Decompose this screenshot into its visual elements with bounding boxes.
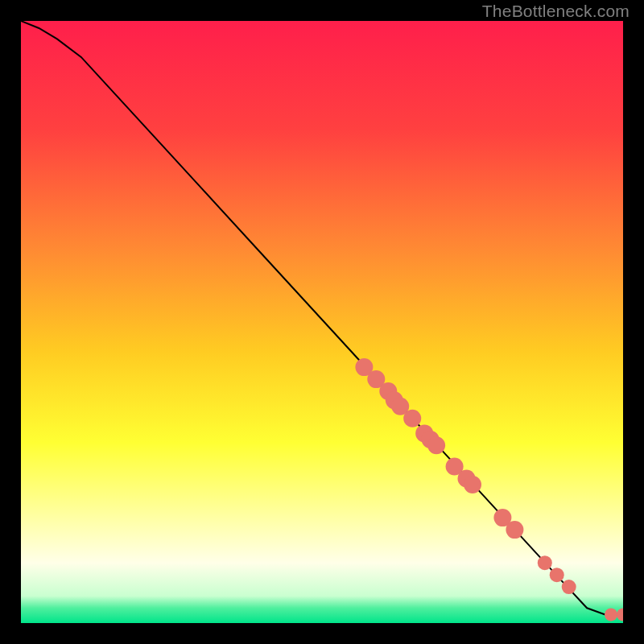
- plot-area: [21, 21, 623, 623]
- sample-point: [562, 580, 576, 594]
- chart-stage: TheBottleneck.com: [0, 0, 644, 644]
- sample-point: [550, 568, 564, 582]
- sample-point: [464, 476, 481, 493]
- bottleneck-chart: [21, 21, 623, 623]
- attribution-label: TheBottleneck.com: [482, 2, 630, 21]
- sample-point: [403, 410, 421, 427]
- sample-point: [427, 436, 445, 454]
- gradient-background: [21, 21, 623, 623]
- sample-point: [605, 609, 617, 621]
- sample-point: [506, 521, 523, 539]
- sample-point: [538, 555, 552, 570]
